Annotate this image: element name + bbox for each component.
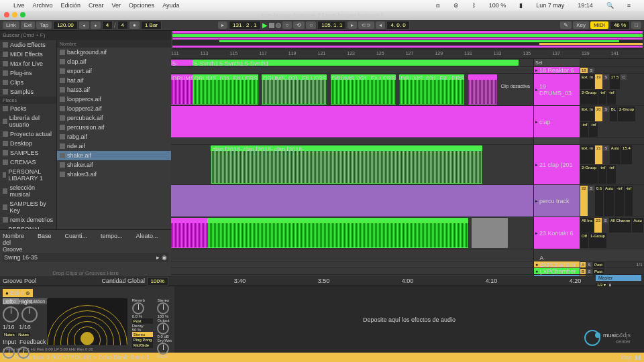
- track-header-drums[interactable]: ▸ 19 DRUMS_03: [534, 74, 580, 105]
- dropbox-icon[interactable]: ⧈: [436, 2, 440, 9]
- spotlight-icon[interactable]: 🔍: [606, 2, 614, 9]
- tap-button[interactable]: Tap: [36, 21, 52, 29]
- place-1[interactable]: Librería del usuario: [0, 113, 56, 129]
- clip[interactable]: DRUMS_031_FILLERS_123 [2018-01-26 0: [331, 74, 396, 105]
- device-drop-zone[interactable]: Deposite aquí los efectos de audio music…: [174, 286, 644, 353]
- overload-indicator[interactable]: □: [631, 21, 641, 29]
- overdub[interactable]: ○: [282, 21, 292, 29]
- menu-archivo[interactable]: Archivo: [33, 2, 53, 9]
- cat-max-for-live[interactable]: Max for Live: [0, 59, 56, 68]
- output-routing[interactable]: 2-Group: [580, 90, 598, 105]
- clip[interactable]: 5-Synth1: [171, 60, 193, 66]
- minimize-window[interactable]: [12, 12, 17, 17]
- clip[interactable]: [171, 218, 207, 248]
- cat-clips[interactable]: Clips: [0, 78, 56, 87]
- punch-in[interactable]: ▸: [347, 21, 357, 29]
- solo-button[interactable]: S: [603, 74, 609, 80]
- clip[interactable]: [468, 74, 497, 105]
- quantize-menu[interactable]: 1 Bar: [141, 21, 162, 29]
- place-6[interactable]: PERSONAL LIBARARY 1: [0, 167, 56, 183]
- file-item[interactable]: loopperc2.aif: [57, 104, 171, 113]
- stereo-knob[interactable]: [157, 302, 169, 314]
- file-item[interactable]: export.aif: [57, 66, 171, 76]
- file-item[interactable]: hat.aif: [57, 76, 171, 85]
- sig-den[interactable]: 4: [117, 21, 128, 29]
- search-field[interactable]: Buscar (Cmd + F): [0, 31, 171, 40]
- stop-button[interactable]: [269, 23, 274, 28]
- place-7[interactable]: selección musical: [0, 183, 56, 199]
- app-name[interactable]: Live: [13, 2, 25, 9]
- file-item[interactable]: looppercs.aif: [57, 95, 171, 104]
- right-delay-knob[interactable]: [21, 306, 38, 322]
- place-4[interactable]: SAMPLES: [0, 148, 56, 158]
- track-header-clap21[interactable]: ▸ 21 clap (201: [534, 145, 580, 184]
- master-track[interactable]: Master: [596, 275, 641, 281]
- file-item[interactable]: percuback.aif: [57, 113, 171, 123]
- place-9[interactable]: remix demetrios: [0, 215, 56, 225]
- clip[interactable]: DRUMS_031_FILLERS_123 [2018-01-26 0: [171, 74, 193, 105]
- clip[interactable]: [207, 218, 468, 248]
- place-2[interactable]: Proyecto actual: [0, 129, 56, 139]
- clip[interactable]: [472, 218, 508, 248]
- place-10[interactable]: PERSONAL LIBARARY 1: [0, 225, 56, 229]
- clip[interactable]: DRUMS_031_FILLERS_123 [2018-01-26 0: [399, 74, 464, 105]
- file-item[interactable]: shake.aif: [57, 151, 171, 160]
- return-c[interactable]: ● C Echo: [534, 275, 580, 276]
- file-item[interactable]: rabg.aif: [57, 132, 171, 141]
- record-button[interactable]: [276, 23, 281, 28]
- midi-map[interactable]: MIDI: [590, 21, 608, 29]
- link-button[interactable]: Link: [3, 21, 19, 29]
- groove-global-amount[interactable]: 100%: [147, 277, 168, 286]
- arrangement-overview[interactable]: [172, 31, 643, 50]
- tempo-field[interactable]: 120.00: [53, 21, 77, 29]
- left-delay-knob[interactable]: [3, 306, 19, 322]
- place-0[interactable]: Packs: [0, 104, 56, 113]
- loop-switch[interactable]: ⊂⊃: [358, 21, 374, 29]
- date[interactable]: Lun 7 may: [536, 2, 564, 9]
- menu-opciones[interactable]: Opciones: [129, 2, 154, 9]
- zoom-window[interactable]: [20, 12, 25, 17]
- nudge-up[interactable]: ⬥: [91, 21, 101, 29]
- arrange-position[interactable]: 131 . 2 . 1: [229, 21, 261, 29]
- file-item[interactable]: ride.aif: [57, 141, 171, 151]
- time-ruler[interactable]: 3:403:504:004:104:20Master 1/2 ▾ ●: [171, 276, 644, 286]
- cat-midi-effects[interactable]: MIDI Effects: [0, 50, 56, 59]
- menu-edicion[interactable]: Edición: [61, 2, 81, 9]
- menu-ver[interactable]: Ver: [112, 2, 121, 9]
- play-button[interactable]: ▶: [262, 21, 268, 29]
- automation-arm[interactable]: ⟲: [293, 21, 305, 29]
- bluetooth-icon[interactable]: ᛒ: [472, 2, 476, 9]
- clip-envelope-knob[interactable]: [178, 107, 205, 134]
- key-map[interactable]: Key: [573, 21, 589, 29]
- track-header-reaktor[interactable]: ▸ 18 Reaktor 6: [534, 67, 580, 73]
- ext-button[interactable]: Ext: [21, 21, 36, 29]
- reverb-knob[interactable]: [132, 302, 144, 314]
- menu-crear[interactable]: Crear: [89, 2, 104, 9]
- clip[interactable]: DRUMS_031_FILLERS_123 [2018-01-26 0: [193, 74, 258, 105]
- cat-samples[interactable]: Samples: [0, 87, 56, 97]
- clip[interactable]: DRUMS_031_FILLERS_123 [2018-01-26 0: [262, 74, 327, 105]
- cat-audio-effects[interactable]: Audio Effects: [0, 40, 56, 50]
- track-header-clap[interactable]: ▸ clap: [534, 106, 580, 137]
- filter-readout[interactable]: ● Filter HP 101 Hz Res 0.00 LP 5.00 kHz …: [3, 347, 172, 351]
- file-item[interactable]: clap.aif: [57, 57, 171, 66]
- follow[interactable]: ▸: [218, 21, 227, 29]
- metronome[interactable]: ●: [129, 21, 140, 29]
- file-item[interactable]: background.aif: [57, 48, 171, 57]
- session-rec[interactable]: ○: [306, 21, 316, 29]
- place-3[interactable]: Desktop: [0, 139, 56, 148]
- clip[interactable]: 5-Synth1 5-Synth1 5-Synth1: [193, 60, 519, 66]
- return-b[interactable]: ● B LXPChamber (: [534, 268, 580, 274]
- input-type[interactable]: Ext. In: [580, 74, 594, 89]
- place-5[interactable]: CREMAS: [0, 158, 56, 167]
- loop-start[interactable]: 105. 1. 1: [317, 21, 346, 29]
- time[interactable]: 19:14: [578, 2, 593, 9]
- stereo-mode[interactable]: Stereo: [132, 332, 154, 337]
- file-item[interactable]: percussion.aif: [57, 123, 171, 132]
- wifi-icon[interactable]: ⊚: [453, 2, 459, 9]
- file-item[interactable]: hats3.aif: [57, 85, 171, 95]
- output-knob[interactable]: [157, 322, 169, 335]
- close-window[interactable]: [4, 12, 9, 17]
- place-8[interactable]: SAMPLES by Key: [0, 199, 56, 215]
- file-item[interactable]: shaker3.aif: [57, 170, 171, 179]
